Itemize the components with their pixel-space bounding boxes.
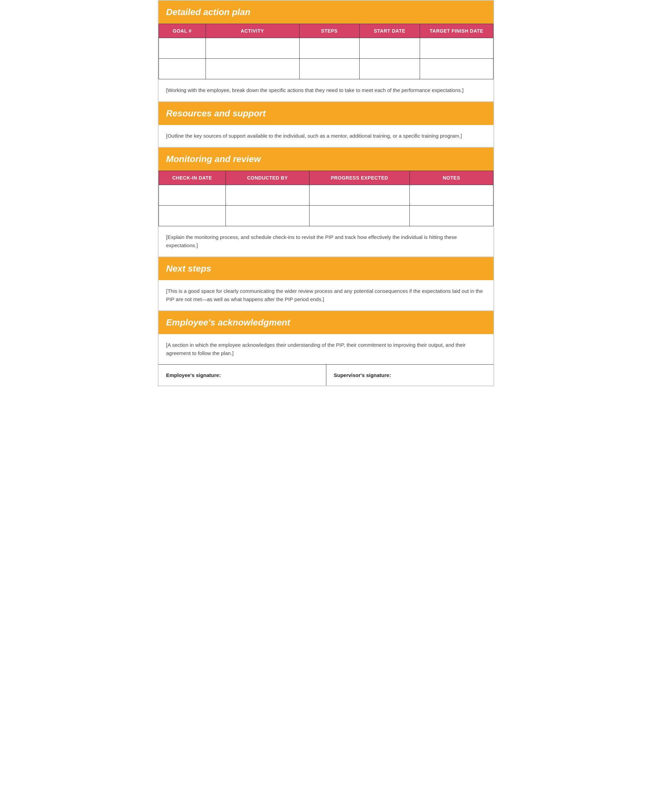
resources-support-description: [Outline the key sources of support avai… bbox=[158, 125, 494, 147]
next-steps-description: [This is a good space for clearly commun… bbox=[158, 280, 494, 311]
resources-support-header: Resources and support bbox=[158, 102, 494, 125]
col-header-conductedby: CONDUCTED BY bbox=[226, 171, 309, 185]
next-steps-title: Next steps bbox=[166, 263, 486, 274]
action-plan-description: [Working with the employee, break down t… bbox=[158, 79, 494, 102]
detailed-action-plan-title: Detailed action plan bbox=[166, 7, 486, 17]
action-activity-2[interactable] bbox=[206, 59, 299, 79]
monitoring-notes-2[interactable] bbox=[410, 206, 494, 226]
monitoring-notes-1[interactable] bbox=[410, 185, 494, 206]
supervisor-signature-label: Supervisor's signature: bbox=[334, 372, 391, 378]
col-header-notes: NOTES bbox=[410, 171, 494, 185]
acknowledgment-title: Employee's acknowledgment bbox=[166, 317, 486, 328]
col-header-checkin: CHECK-IN DATE bbox=[159, 171, 226, 185]
signature-row: Employee's signature: Supervisor's signa… bbox=[158, 364, 494, 386]
monitoring-checkin-1[interactable] bbox=[159, 185, 226, 206]
col-header-progress: PROGRESS EXPECTED bbox=[309, 171, 410, 185]
monitoring-description: [Explain the monitoring process, and sch… bbox=[158, 226, 494, 257]
acknowledgment-header: Employee's acknowledgment bbox=[158, 311, 494, 334]
next-steps-header: Next steps bbox=[158, 257, 494, 280]
monitoring-checkin-2[interactable] bbox=[159, 206, 226, 226]
table-row bbox=[159, 38, 494, 59]
monitoring-conductedby-1[interactable] bbox=[226, 185, 309, 206]
action-startdate-1[interactable] bbox=[360, 38, 420, 59]
detailed-action-plan-section: Detailed action plan GOAL # ACTIVITY STE… bbox=[158, 0, 494, 102]
monitoring-review-title: Monitoring and review bbox=[166, 154, 486, 165]
action-steps-1[interactable] bbox=[299, 38, 360, 59]
action-goal-2[interactable] bbox=[159, 59, 206, 79]
table-row bbox=[159, 185, 494, 206]
next-steps-section: Next steps [This is a good space for cle… bbox=[158, 257, 494, 311]
resources-support-section: Resources and support [Outline the key s… bbox=[158, 102, 494, 148]
resources-support-title: Resources and support bbox=[166, 108, 486, 119]
action-startdate-2[interactable] bbox=[360, 59, 420, 79]
employee-signature-cell: Employee's signature: bbox=[158, 365, 326, 386]
table-row bbox=[159, 206, 494, 226]
monitoring-progress-1[interactable] bbox=[309, 185, 410, 206]
acknowledgment-description: [A section in which the employee acknowl… bbox=[158, 334, 494, 364]
supervisor-signature-cell: Supervisor's signature: bbox=[326, 365, 494, 386]
col-header-startdate: START DATE bbox=[360, 24, 420, 38]
employee-signature-label: Employee's signature: bbox=[166, 372, 221, 378]
action-targetdate-2[interactable] bbox=[420, 59, 494, 79]
acknowledgment-section: Employee's acknowledgment [A section in … bbox=[158, 311, 494, 386]
action-targetdate-1[interactable] bbox=[420, 38, 494, 59]
detailed-action-plan-header: Detailed action plan bbox=[158, 1, 494, 24]
col-header-steps: STEPS bbox=[299, 24, 360, 38]
monitoring-table-header-row: CHECK-IN DATE CONDUCTED BY PROGRESS EXPE… bbox=[159, 171, 494, 185]
page-container: Detailed action plan GOAL # ACTIVITY STE… bbox=[158, 0, 494, 386]
monitoring-review-section: Monitoring and review CHECK-IN DATE COND… bbox=[158, 148, 494, 257]
table-row bbox=[159, 59, 494, 79]
action-plan-table: GOAL # ACTIVITY STEPS START DATE TARGET … bbox=[158, 24, 494, 79]
monitoring-review-header: Monitoring and review bbox=[158, 148, 494, 171]
col-header-activity: ACTIVITY bbox=[206, 24, 299, 38]
action-goal-1[interactable] bbox=[159, 38, 206, 59]
action-plan-table-header-row: GOAL # ACTIVITY STEPS START DATE TARGET … bbox=[159, 24, 494, 38]
monitoring-table: CHECK-IN DATE CONDUCTED BY PROGRESS EXPE… bbox=[158, 171, 494, 226]
monitoring-conductedby-2[interactable] bbox=[226, 206, 309, 226]
col-header-goal: GOAL # bbox=[159, 24, 206, 38]
action-activity-1[interactable] bbox=[206, 38, 299, 59]
monitoring-progress-2[interactable] bbox=[309, 206, 410, 226]
action-steps-2[interactable] bbox=[299, 59, 360, 79]
col-header-targetdate: TARGET FINISH DATE bbox=[420, 24, 494, 38]
